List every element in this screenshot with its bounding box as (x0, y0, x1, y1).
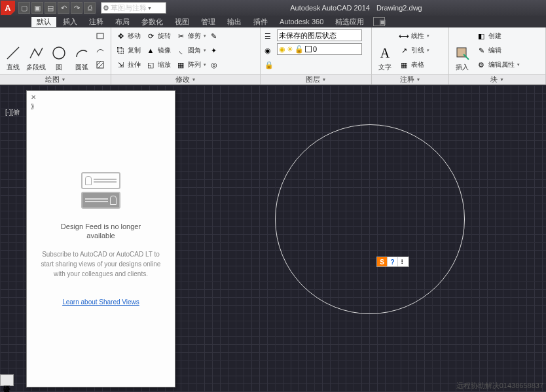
tab-a360[interactable]: Autodesk 360 (274, 18, 329, 26)
arc-icon (73, 45, 90, 62)
ime-s-icon[interactable]: S (377, 257, 388, 266)
help-icon[interactable]: ▣ (373, 17, 385, 26)
mirror-button[interactable]: ▲镜像 (144, 44, 172, 57)
gear-icon: ⚙ (103, 4, 109, 12)
table-button[interactable]: ▦表格 (397, 58, 431, 71)
open-icon[interactable]: ▣ (31, 2, 43, 14)
tab-default[interactable]: 默认 (31, 17, 56, 27)
svg-line-4 (97, 62, 101, 65)
block-create-button[interactable]: ◧创建 (475, 29, 521, 43)
new-icon[interactable]: ▢ (18, 2, 30, 14)
drawing-area[interactable]: [-][俯 S ? ⠇ ✕ ⟫ Design Feed is no longer… (0, 85, 546, 392)
layer-state-combo[interactable]: 未保存的图层状态 (277, 29, 362, 41)
layer-prop-icon[interactable]: ☰ (263, 29, 275, 43)
panel-block-title[interactable]: 块▼ (449, 74, 545, 84)
tab-insert[interactable]: 插入 (58, 17, 82, 27)
feed-heading: Design Feed is no longeravailable (40, 222, 162, 240)
polyline-button[interactable]: 多段线 (26, 29, 46, 72)
tab-annotate[interactable]: 注释 (84, 17, 109, 27)
side-tab[interactable]: 设计提要 (0, 190, 24, 386)
layer-off-icon[interactable]: ◉ (263, 44, 275, 57)
text-button[interactable]: A 文字 (374, 29, 395, 72)
tab-output[interactable]: 输出 (222, 17, 247, 27)
panel-annotate-title[interactable]: 注释▼ (372, 74, 448, 84)
panel-modify: ✥移动 ⿻复制 ⇲拉伸 ⟳旋转 ▲镜像 ◱缩放 ✂修剪▾ ◟圆角▾ ▦阵列▾ ✎… (111, 27, 261, 84)
leader-icon: ↗ (399, 45, 409, 56)
tab-parametric[interactable]: 参数化 (136, 17, 168, 27)
dim-linear-button[interactable]: ⟷线性▾ (397, 29, 431, 43)
close-icon[interactable]: ✕ (31, 94, 39, 101)
block-attedit-icon: ⚙ (476, 60, 486, 70)
feed-card-dark (81, 192, 120, 209)
app-icon[interactable]: A (1, 1, 15, 15)
layer-lock-icon[interactable]: 🔒 (263, 58, 275, 71)
copy-button[interactable]: ⿻复制 (114, 44, 142, 57)
bulb-icon: ◉ (279, 45, 285, 54)
array-button[interactable]: ▦阵列▾ (174, 58, 208, 71)
ime-help-icon[interactable]: ? (388, 257, 398, 266)
print-icon[interactable]: ⎙ (84, 2, 96, 14)
pin-icon[interactable]: ⟫ (31, 103, 35, 110)
tab-addins[interactable]: 插件 (248, 17, 273, 27)
viewport-label[interactable]: [-][俯 (5, 108, 20, 117)
workspace-combo[interactable]: ⚙ 草图与注释 ▼ (101, 2, 166, 14)
workspace-label: 草图与注释 (111, 3, 147, 13)
fillet-button[interactable]: ◟圆角▾ (174, 44, 208, 57)
tab-manage[interactable]: 管理 (196, 17, 221, 27)
footer-text: 远程协助解决01438658837 (456, 381, 543, 391)
svg-line-0 (7, 47, 19, 59)
tab-featured[interactable]: 精选应用 (330, 17, 369, 27)
block-create-icon: ◧ (476, 31, 486, 41)
panel-annotate: A 文字 ⟷线性▾ ↗引线▾ ▦表格 注释▼ (372, 27, 449, 84)
drawn-circle[interactable] (275, 124, 465, 314)
redo-icon[interactable]: ↷ (71, 2, 82, 14)
lock-icon: 🔓 (295, 45, 304, 54)
line-icon (5, 45, 22, 62)
circle-icon (50, 45, 67, 62)
panel-layer-title[interactable]: 图层▼ (261, 74, 371, 84)
panel-modify-title[interactable]: 修改▼ (111, 74, 260, 84)
feed-paragraph: Subscribe to AutoCAD or AutoCAD LT to st… (40, 249, 162, 279)
block-edit-icon: ✎ (476, 45, 486, 56)
move-button[interactable]: ✥移动 (114, 29, 142, 43)
ime-more-icon[interactable]: ⠇ (398, 257, 409, 266)
draw-extra (94, 29, 106, 72)
block-insert-button[interactable]: 插入 (452, 29, 473, 72)
line-button[interactable]: 直线 (3, 29, 24, 72)
feed-link[interactable]: Learn about Shared Views (40, 298, 162, 306)
explode-icon[interactable]: ✦ (209, 44, 219, 57)
chevron-down-icon: ▼ (147, 6, 152, 10)
block-attedit-button[interactable]: ⚙编辑属性▾ (475, 58, 521, 71)
block-edit-button[interactable]: ✎编辑 (475, 44, 521, 57)
circle-button[interactable]: 圆 (48, 29, 69, 72)
layer-current-combo[interactable]: ◉ ☀ 🔓 0 (277, 43, 362, 55)
scale-button[interactable]: ◱缩放 (144, 58, 172, 71)
save-icon[interactable]: ▤ (45, 2, 56, 14)
panel-layer: ☰ ◉ 🔒 未保存的图层状态 ◉ ☀ 🔓 0 图层▼ (261, 27, 372, 84)
quick-access-toolbar: ▢ ▣ ▤ ↶ ↷ ⎙ (18, 2, 96, 14)
panel-draw-title[interactable]: 绘图▼ (0, 74, 111, 84)
arc-button[interactable]: 圆弧 (71, 29, 92, 72)
rotate-button[interactable]: ⟳旋转 (144, 29, 172, 43)
tab-layout[interactable]: 布局 (110, 17, 135, 27)
input-ime-bar[interactable]: S ? ⠇ (376, 257, 409, 267)
stretch-button[interactable]: ⇲拉伸 (114, 58, 142, 71)
trim-button[interactable]: ✂修剪▾ (174, 29, 208, 43)
spline-icon[interactable] (94, 44, 106, 57)
dim-icon: ⟷ (399, 31, 409, 41)
hatch-icon[interactable] (94, 58, 106, 71)
side-tab-label: 设计提要 (0, 374, 14, 386)
rect-icon[interactable] (94, 29, 106, 43)
ribbon-tabs: 默认 插入 注释 布局 参数化 视图 管理 输出 插件 Autodesk 360… (0, 16, 546, 27)
svg-rect-2 (97, 33, 103, 39)
rotate-icon: ⟳ (145, 31, 156, 41)
undo-icon[interactable]: ↶ (58, 2, 69, 14)
offset-icon[interactable]: ◎ (209, 58, 219, 71)
leader-button[interactable]: ↗引线▾ (397, 44, 431, 57)
erase-icon[interactable]: ✎ (209, 29, 219, 43)
tab-view[interactable]: 视图 (170, 17, 194, 27)
polyline-icon (27, 45, 45, 62)
move-icon: ✥ (115, 31, 126, 41)
panel-draw: 直线 多段线 圆 圆弧 绘图▼ (0, 27, 111, 84)
array-icon: ▦ (175, 60, 186, 70)
